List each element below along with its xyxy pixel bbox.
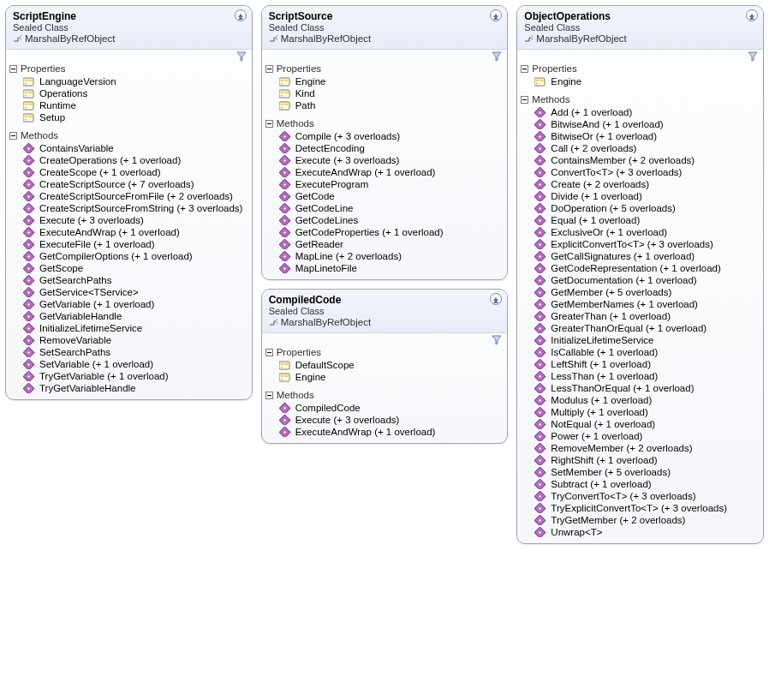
member-row[interactable]: Equal (+ 1 overload) (521, 214, 760, 226)
member-row[interactable]: GetCallSignatures (+ 1 overload) (521, 250, 760, 262)
section-header-methods[interactable]: Methods (262, 388, 508, 402)
member-row[interactable]: RemoveMember (+ 2 overloads) (521, 442, 760, 454)
member-row[interactable]: TryConvertTo<T> (+ 3 overloads) (521, 490, 760, 502)
member-row[interactable]: GetCodeRepresentation (+ 1 overload) (521, 262, 760, 274)
member-row[interactable]: Runtime (9, 99, 248, 111)
member-row[interactable]: Compile (+ 3 overloads) (265, 130, 504, 142)
member-row[interactable]: TryGetMember (+ 2 overloads) (521, 514, 760, 526)
member-row[interactable]: TryGetVariableHandle (9, 382, 248, 394)
filter-button[interactable] (236, 51, 247, 62)
filter-button[interactable] (492, 335, 502, 345)
member-row[interactable]: Add (+ 1 overload) (521, 106, 760, 118)
member-row[interactable]: GetReader (265, 238, 504, 250)
member-row[interactable]: Engine (265, 75, 504, 87)
member-row[interactable]: GetSearchPaths (9, 274, 248, 286)
member-row[interactable]: Subtract (+ 1 overload) (521, 478, 760, 490)
member-row[interactable]: GreaterThan (+ 1 overload) (521, 310, 760, 322)
class-compiled-code[interactable]: CompiledCode Sealed Class MarshalByRefOb… (261, 289, 509, 444)
member-row[interactable]: ConvertTo<T> (+ 3 overloads) (521, 166, 760, 178)
member-row[interactable]: RightShift (+ 1 overload) (521, 454, 760, 466)
member-row[interactable]: Power (+ 1 overload) (521, 430, 760, 442)
member-row[interactable]: ExecuteFile (+ 1 overload) (9, 238, 248, 250)
member-row[interactable]: BitwiseOr (+ 1 overload) (521, 130, 760, 142)
member-row[interactable]: GetMemberNames (+ 1 overload) (521, 298, 760, 310)
collapse-button[interactable] (235, 9, 247, 21)
member-row[interactable]: SetMember (+ 5 overloads) (521, 466, 760, 478)
member-row[interactable]: MapLinetoFile (265, 262, 504, 274)
class-script-source[interactable]: ScriptSource Sealed Class MarshalByRefOb… (261, 5, 509, 280)
member-row[interactable]: Unwrap<T> (521, 526, 760, 538)
collapse-button[interactable] (746, 9, 758, 21)
filter-button[interactable] (492, 51, 502, 62)
member-row[interactable]: CompiledCode (265, 402, 504, 414)
member-row[interactable]: Engine (265, 371, 504, 383)
member-row[interactable]: Engine (521, 75, 760, 87)
member-row[interactable]: SetSearchPaths (9, 346, 248, 358)
member-row[interactable]: ExecuteProgram (265, 178, 504, 190)
member-row[interactable]: CreateScope (+ 1 overload) (9, 166, 248, 178)
member-row[interactable]: IsCallable (+ 1 overload) (521, 346, 760, 358)
member-row[interactable]: GetCodeLine (265, 202, 504, 214)
member-row[interactable]: TryGetVariable (+ 1 overload) (9, 370, 248, 382)
member-row[interactable]: ExecuteAndWrap (+ 1 overload) (9, 226, 248, 238)
member-row[interactable]: Modulus (+ 1 overload) (521, 394, 760, 406)
member-row[interactable]: GetScope (9, 262, 248, 274)
member-row[interactable]: Create (+ 2 overloads) (521, 178, 760, 190)
member-row[interactable]: InitializeLifetimeService (521, 334, 760, 346)
section-header-properties[interactable]: Properties (6, 62, 252, 75)
member-row[interactable]: ExecuteAndWrap (+ 1 overload) (265, 166, 504, 178)
member-row[interactable]: GetService<TService> (9, 286, 248, 298)
filter-button[interactable] (748, 51, 758, 62)
member-row[interactable]: DefaultScope (265, 359, 504, 371)
member-row[interactable]: BitwiseAnd (+ 1 overload) (521, 118, 760, 130)
member-row[interactable]: GetVariable (+ 1 overload) (9, 298, 248, 310)
member-row[interactable]: CreateScriptSourceFromFile (+ 2 overload… (9, 190, 248, 202)
member-row[interactable]: GetCompilerOptions (+ 1 overload) (9, 250, 248, 262)
member-row[interactable]: Operations (9, 87, 248, 99)
member-row[interactable]: GetCode (265, 190, 504, 202)
member-row[interactable]: ExplicitConvertTo<T> (+ 3 overloads) (521, 238, 760, 250)
member-row[interactable]: Execute (+ 3 overloads) (265, 414, 504, 426)
member-row[interactable]: LeftShift (+ 1 overload) (521, 358, 760, 370)
member-row[interactable]: Kind (265, 87, 504, 99)
member-row[interactable]: ContainsVariable (9, 142, 248, 154)
class-object-operations[interactable]: ObjectOperations Sealed Class MarshalByR… (516, 5, 764, 544)
section-header-properties[interactable]: Properties (517, 62, 763, 75)
member-row[interactable]: Path (265, 99, 504, 111)
section-header-methods[interactable]: Methods (6, 129, 252, 142)
member-row[interactable]: Setup (9, 111, 248, 123)
member-row[interactable]: MapLine (+ 2 overloads) (265, 250, 504, 262)
member-row[interactable]: GetVariableHandle (9, 310, 248, 322)
member-row[interactable]: GetDocumentation (+ 1 overload) (521, 274, 760, 286)
member-row[interactable]: CreateScriptSourceFromString (+ 3 overlo… (9, 202, 248, 214)
member-row[interactable]: LessThanOrEqual (+ 1 overload) (521, 382, 760, 394)
member-row[interactable]: DetectEncoding (265, 142, 504, 154)
member-row[interactable]: SetVariable (+ 1 overload) (9, 358, 248, 370)
member-row[interactable]: GetCodeProperties (+ 1 overload) (265, 226, 504, 238)
class-script-engine[interactable]: ScriptEngine Sealed Class MarshalByRefOb… (5, 5, 253, 400)
member-row[interactable]: GetMember (+ 5 overloads) (521, 286, 760, 298)
member-row[interactable]: InitializeLifetimeService (9, 322, 248, 334)
member-row[interactable]: ContainsMember (+ 2 overloads) (521, 154, 760, 166)
section-header-methods[interactable]: Methods (517, 93, 763, 106)
member-row[interactable]: DoOperation (+ 5 overloads) (521, 202, 760, 214)
member-row[interactable]: TryExplicitConvertTo<T> (+ 3 overloads) (521, 502, 760, 514)
section-header-properties[interactable]: Properties (262, 345, 508, 359)
section-header-methods[interactable]: Methods (262, 117, 508, 130)
section-header-properties[interactable]: Properties (262, 62, 508, 75)
member-row[interactable]: CreateScriptSource (+ 7 overloads) (9, 178, 248, 190)
member-row[interactable]: GetCodeLines (265, 214, 504, 226)
member-row[interactable]: GreaterThanOrEqual (+ 1 overload) (521, 322, 760, 334)
member-row[interactable]: Call (+ 2 overloads) (521, 142, 760, 154)
member-row[interactable]: ExecuteAndWrap (+ 1 overload) (265, 426, 504, 438)
member-row[interactable]: Multiply (+ 1 overload) (521, 406, 760, 418)
member-row[interactable]: LanguageVersion (9, 75, 248, 87)
member-row[interactable]: Execute (+ 3 overloads) (9, 214, 248, 226)
member-row[interactable]: CreateOperations (+ 1 overload) (9, 154, 248, 166)
member-row[interactable]: RemoveVariable (9, 334, 248, 346)
member-row[interactable]: Divide (+ 1 overload) (521, 190, 760, 202)
member-row[interactable]: LessThan (+ 1 overload) (521, 370, 760, 382)
member-row[interactable]: Execute (+ 3 overloads) (265, 154, 504, 166)
member-row[interactable]: NotEqual (+ 1 overload) (521, 418, 760, 430)
member-row[interactable]: ExclusiveOr (+ 1 overload) (521, 226, 760, 238)
